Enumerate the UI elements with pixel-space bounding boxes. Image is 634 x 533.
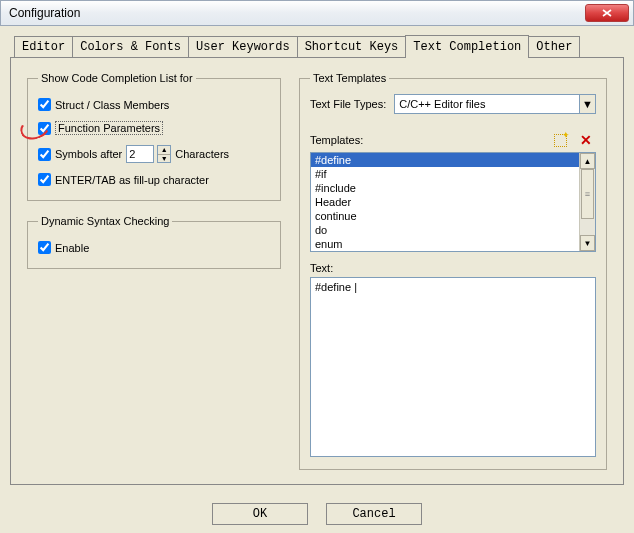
tab-strip: Editor Colors & Fonts User Keywords Shor… bbox=[10, 34, 624, 57]
funcparams-checkbox[interactable] bbox=[38, 122, 51, 135]
title-bar: Configuration bbox=[0, 0, 634, 26]
dialog-body: Editor Colors & Fonts User Keywords Shor… bbox=[0, 26, 634, 533]
file-types-combo[interactable]: C/C++ Editor files ▼ bbox=[394, 94, 596, 114]
struct-label: Struct / Class Members bbox=[55, 99, 169, 111]
template-text-label: Text: bbox=[310, 262, 596, 274]
tab-user-keywords[interactable]: User Keywords bbox=[188, 36, 298, 57]
close-icon bbox=[602, 9, 612, 17]
entertab-checkbox[interactable] bbox=[38, 173, 51, 186]
tab-colors-fonts[interactable]: Colors & Fonts bbox=[72, 36, 189, 57]
list-item[interactable]: #define bbox=[311, 153, 579, 167]
templates-listbox[interactable]: #define #if #include Header continue do … bbox=[310, 152, 596, 252]
list-item[interactable]: do bbox=[311, 223, 579, 237]
tab-editor[interactable]: Editor bbox=[14, 36, 73, 57]
tab-text-completion[interactable]: Text Completion bbox=[405, 35, 529, 58]
scrollbar[interactable]: ▲ ▼ bbox=[579, 153, 595, 251]
delete-icon: ✕ bbox=[580, 132, 592, 148]
button-row: OK Cancel bbox=[0, 503, 634, 525]
cancel-button[interactable]: Cancel bbox=[326, 503, 422, 525]
list-item[interactable]: Header bbox=[311, 195, 579, 209]
scroll-down-icon[interactable]: ▼ bbox=[580, 235, 595, 251]
tab-shortcut-keys[interactable]: Shortcut Keys bbox=[297, 36, 407, 57]
completion-legend: Show Code Completion List for bbox=[38, 72, 196, 84]
new-template-icon bbox=[554, 134, 567, 147]
syntax-enable-checkbox[interactable] bbox=[38, 241, 51, 254]
funcparams-label: Function Parameters bbox=[55, 121, 163, 135]
text-templates-legend: Text Templates bbox=[310, 72, 389, 84]
file-types-label: Text File Types: bbox=[310, 98, 386, 110]
template-text-area[interactable]: #define | bbox=[310, 277, 596, 457]
symbols-suffix: Characters bbox=[175, 148, 229, 160]
syntax-legend: Dynamic Syntax Checking bbox=[38, 215, 172, 227]
list-item[interactable]: #if bbox=[311, 167, 579, 181]
spinner-up-icon[interactable]: ▲ bbox=[158, 146, 170, 155]
tab-panel: Show Code Completion List for Struct / C… bbox=[10, 57, 624, 485]
list-item[interactable]: continue bbox=[311, 209, 579, 223]
left-column: Show Code Completion List for Struct / C… bbox=[25, 72, 283, 470]
syntax-enable-label: Enable bbox=[55, 242, 89, 254]
delete-template-button[interactable]: ✕ bbox=[576, 130, 596, 150]
list-item[interactable]: #include bbox=[311, 181, 579, 195]
tab-other[interactable]: Other bbox=[528, 36, 580, 57]
spinner-arrows[interactable]: ▲ ▼ bbox=[157, 145, 171, 163]
entertab-label: ENTER/TAB as fill-up character bbox=[55, 174, 209, 186]
list-item[interactable]: enum bbox=[311, 237, 579, 251]
symbols-spinner[interactable] bbox=[126, 145, 154, 163]
templates-items: #define #if #include Header continue do … bbox=[311, 153, 579, 251]
syntax-group: Dynamic Syntax Checking Enable bbox=[27, 215, 281, 269]
symbols-checkbox[interactable] bbox=[38, 148, 51, 161]
file-types-value: C/C++ Editor files bbox=[395, 98, 579, 110]
completion-group: Show Code Completion List for Struct / C… bbox=[27, 72, 281, 201]
new-template-button[interactable] bbox=[550, 130, 570, 150]
scroll-track[interactable] bbox=[580, 169, 595, 235]
symbols-prefix: Symbols after bbox=[55, 148, 122, 160]
close-button[interactable] bbox=[585, 4, 629, 22]
scroll-up-icon[interactable]: ▲ bbox=[580, 153, 595, 169]
templates-label: Templates: bbox=[310, 134, 363, 146]
spinner-down-icon[interactable]: ▼ bbox=[158, 155, 170, 163]
window-title: Configuration bbox=[5, 6, 585, 20]
scroll-thumb[interactable] bbox=[581, 169, 594, 219]
text-templates-group: Text Templates Text File Types: C/C++ Ed… bbox=[299, 72, 607, 470]
chevron-down-icon[interactable]: ▼ bbox=[579, 95, 595, 113]
struct-checkbox[interactable] bbox=[38, 98, 51, 111]
ok-button[interactable]: OK bbox=[212, 503, 308, 525]
